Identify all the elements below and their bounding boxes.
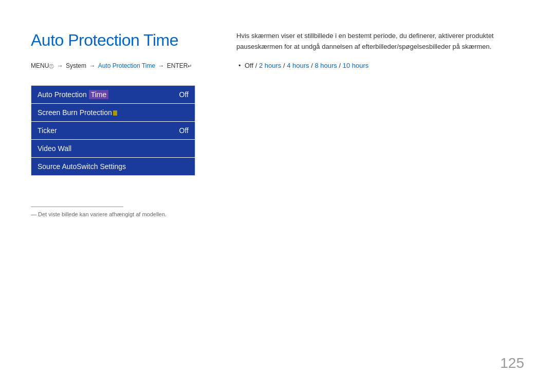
- option-4hours: 4 hours: [287, 62, 309, 69]
- option-10hours: 10 hours: [343, 62, 369, 69]
- menu-box: Auto Protection Time Off Screen Burn Pro…: [31, 85, 195, 176]
- menu-item-auto-protection-value: Off: [179, 90, 189, 99]
- option-sep4: /: [339, 62, 342, 69]
- breadcrumb-arrow1: →: [57, 62, 65, 69]
- footnote-text: ― Det viste billede kan variere afhængig…: [31, 211, 226, 217]
- menu-item-video-wall-label: Video Wall: [38, 144, 71, 153]
- options-item: Off / 2 hours / 4 hours / 8 hours / 10 h…: [245, 61, 524, 71]
- option-8hours: 8 hours: [314, 62, 337, 69]
- right-panel: Hvis skærmen viser et stillbillede i en …: [236, 31, 524, 71]
- menu-item-ticker-label: Ticker: [38, 126, 57, 135]
- option-sep1: /: [255, 62, 259, 69]
- breadcrumb-system: System: [66, 62, 86, 69]
- option-off: Off: [245, 62, 253, 69]
- menu-item-ticker-value: Off: [179, 126, 189, 135]
- option-2hours: 2 hours: [259, 62, 281, 69]
- menu-item-screen-burn-label: Screen Burn Protection: [38, 108, 117, 117]
- menu-item-ticker[interactable]: Ticker Off: [31, 122, 195, 139]
- menu-item-video-wall[interactable]: Video Wall: [31, 140, 195, 157]
- left-panel: Auto Protection Time MENU㊂ → System → Au…: [31, 31, 226, 217]
- menu-item-autoswitch-label: Source AutoSwitch Settings: [38, 162, 126, 171]
- page-title: Auto Protection Time: [31, 31, 226, 50]
- breadcrumb-arrow2: →: [89, 62, 97, 69]
- menu-item-autoswitch[interactable]: Source AutoSwitch Settings: [31, 158, 195, 175]
- breadcrumb-menu: MENU㊂: [31, 62, 54, 69]
- menu-item-screen-burn[interactable]: Screen Burn Protection: [31, 104, 195, 121]
- breadcrumb: MENU㊂ → System → Auto Protection Time → …: [31, 62, 226, 70]
- page-container: Auto Protection Time MENU㊂ → System → Au…: [0, 0, 555, 392]
- breadcrumb-current: Auto Protection Time: [98, 62, 155, 69]
- breadcrumb-arrow3: →: [158, 62, 165, 69]
- menu-item-auto-protection[interactable]: Auto Protection Time Off: [31, 86, 195, 103]
- options-list: Off / 2 hours / 4 hours / 8 hours / 10 h…: [236, 61, 524, 71]
- footnote-divider: [31, 207, 123, 207]
- breadcrumb-enter: ENTER↵: [167, 62, 192, 69]
- page-number: 125: [500, 355, 524, 371]
- menu-item-auto-protection-label: Auto Protection Time: [38, 90, 108, 99]
- description-text: Hvis skærmen viser et stillbillede i en …: [236, 31, 524, 52]
